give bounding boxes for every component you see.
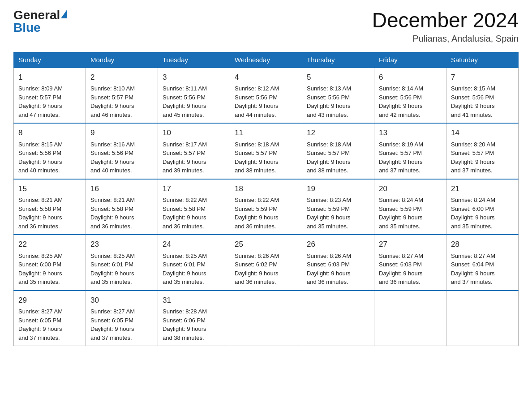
day-info: Sunrise: 8:26 AMSunset: 6:03 PMDaylight:… — [307, 253, 351, 286]
weekday-header-wednesday: Wednesday — [230, 52, 302, 68]
day-number: 8 — [18, 127, 81, 139]
day-number: 10 — [163, 127, 225, 139]
calendar-cell: 21Sunrise: 8:24 AMSunset: 6:00 PMDayligh… — [446, 179, 519, 235]
calendar-cell: 20Sunrise: 8:24 AMSunset: 5:59 PMDayligh… — [374, 179, 446, 235]
day-number: 24 — [163, 239, 225, 250]
calendar-cell: 22Sunrise: 8:25 AMSunset: 6:00 PMDayligh… — [14, 235, 86, 291]
weekday-header-tuesday: Tuesday — [158, 52, 230, 68]
calendar-cell: 9Sunrise: 8:16 AMSunset: 5:56 PMDaylight… — [86, 123, 158, 179]
day-number: 3 — [163, 72, 225, 83]
calendar-week-4: 22Sunrise: 8:25 AMSunset: 6:00 PMDayligh… — [14, 235, 519, 291]
day-number: 19 — [307, 183, 369, 195]
calendar-week-3: 15Sunrise: 8:21 AMSunset: 5:58 PMDayligh… — [14, 179, 519, 235]
calendar-cell: 1Sunrise: 8:09 AMSunset: 5:57 PMDaylight… — [14, 68, 86, 124]
calendar-cell — [446, 291, 519, 346]
day-number: 27 — [379, 239, 442, 250]
calendar-cell: 5Sunrise: 8:13 AMSunset: 5:56 PMDaylight… — [302, 68, 374, 124]
weekday-header-saturday: Saturday — [446, 52, 519, 68]
calendar-cell: 10Sunrise: 8:17 AMSunset: 5:57 PMDayligh… — [158, 123, 230, 179]
day-info: Sunrise: 8:22 AMSunset: 5:58 PMDaylight:… — [163, 197, 207, 230]
calendar-week-2: 8Sunrise: 8:15 AMSunset: 5:56 PMDaylight… — [14, 123, 519, 179]
calendar-week-5: 29Sunrise: 8:27 AMSunset: 6:05 PMDayligh… — [14, 291, 519, 346]
day-number: 5 — [307, 72, 369, 83]
day-info: Sunrise: 8:14 AMSunset: 5:56 PMDaylight:… — [379, 85, 423, 118]
day-info: Sunrise: 8:18 AMSunset: 5:57 PMDaylight:… — [307, 141, 351, 174]
day-info: Sunrise: 8:11 AMSunset: 5:56 PMDaylight:… — [163, 85, 207, 118]
day-number: 23 — [90, 239, 153, 250]
calendar-cell: 27Sunrise: 8:27 AMSunset: 6:03 PMDayligh… — [374, 235, 446, 291]
weekday-header-friday: Friday — [374, 52, 446, 68]
day-number: 1 — [18, 72, 81, 83]
day-info: Sunrise: 8:28 AMSunset: 6:06 PMDaylight:… — [163, 308, 207, 341]
day-info: Sunrise: 8:24 AMSunset: 6:00 PMDaylight:… — [451, 197, 495, 230]
logo-general-text: General — [13, 9, 60, 21]
day-number: 17 — [163, 183, 225, 195]
calendar-cell: 25Sunrise: 8:26 AMSunset: 6:02 PMDayligh… — [230, 235, 302, 291]
day-number: 6 — [379, 72, 442, 83]
weekday-header-row: SundayMondayTuesdayWednesdayThursdayFrid… — [14, 52, 519, 68]
day-number: 21 — [451, 183, 514, 195]
calendar-cell: 6Sunrise: 8:14 AMSunset: 5:56 PMDaylight… — [374, 68, 446, 124]
calendar-cell: 11Sunrise: 8:18 AMSunset: 5:57 PMDayligh… — [230, 123, 302, 179]
day-number: 14 — [451, 127, 514, 139]
day-number: 29 — [18, 295, 81, 306]
day-number: 18 — [235, 183, 297, 195]
location-text: Pulianas, Andalusia, Spain — [372, 34, 519, 44]
calendar-body: 1Sunrise: 8:09 AMSunset: 5:57 PMDaylight… — [14, 68, 519, 346]
day-number: 15 — [18, 183, 81, 195]
calendar-cell: 14Sunrise: 8:20 AMSunset: 5:57 PMDayligh… — [446, 123, 519, 179]
day-info: Sunrise: 8:25 AMSunset: 6:01 PMDaylight:… — [90, 253, 135, 286]
calendar-cell: 3Sunrise: 8:11 AMSunset: 5:56 PMDaylight… — [158, 68, 230, 124]
title-block: December 2024 Pulianas, Andalusia, Spain — [372, 9, 519, 44]
day-number: 22 — [18, 239, 81, 250]
day-info: Sunrise: 8:19 AMSunset: 5:57 PMDaylight:… — [379, 141, 423, 174]
day-number: 12 — [307, 127, 369, 139]
logo: General Blue — [13, 9, 67, 34]
day-number: 2 — [90, 72, 153, 83]
day-number: 7 — [451, 72, 514, 83]
day-info: Sunrise: 8:15 AMSunset: 5:56 PMDaylight:… — [18, 141, 63, 174]
day-info: Sunrise: 8:10 AMSunset: 5:57 PMDaylight:… — [90, 85, 135, 118]
calendar-cell: 24Sunrise: 8:25 AMSunset: 6:01 PMDayligh… — [158, 235, 230, 291]
month-title: December 2024 — [372, 9, 519, 32]
day-info: Sunrise: 8:12 AMSunset: 5:56 PMDaylight:… — [235, 85, 279, 118]
calendar-cell: 15Sunrise: 8:21 AMSunset: 5:58 PMDayligh… — [14, 179, 86, 235]
calendar-cell: 23Sunrise: 8:25 AMSunset: 6:01 PMDayligh… — [86, 235, 158, 291]
day-number: 28 — [451, 239, 514, 250]
day-info: Sunrise: 8:20 AMSunset: 5:57 PMDaylight:… — [451, 141, 495, 174]
calendar-cell: 17Sunrise: 8:22 AMSunset: 5:58 PMDayligh… — [158, 179, 230, 235]
calendar-cell: 8Sunrise: 8:15 AMSunset: 5:56 PMDaylight… — [14, 123, 86, 179]
calendar-header: SundayMondayTuesdayWednesdayThursdayFrid… — [14, 52, 519, 68]
day-number: 9 — [90, 127, 153, 139]
day-info: Sunrise: 8:18 AMSunset: 5:57 PMDaylight:… — [235, 141, 279, 174]
calendar-table: SundayMondayTuesdayWednesdayThursdayFrid… — [13, 52, 519, 347]
calendar-cell: 13Sunrise: 8:19 AMSunset: 5:57 PMDayligh… — [374, 123, 446, 179]
calendar-cell: 28Sunrise: 8:27 AMSunset: 6:04 PMDayligh… — [446, 235, 519, 291]
day-info: Sunrise: 8:25 AMSunset: 6:00 PMDaylight:… — [18, 253, 63, 286]
day-info: Sunrise: 8:27 AMSunset: 6:05 PMDaylight:… — [18, 308, 63, 341]
day-number: 4 — [235, 72, 297, 83]
logo-blue-text: Blue — [13, 21, 41, 34]
calendar-cell — [374, 291, 446, 346]
day-number: 20 — [379, 183, 442, 195]
day-number: 30 — [90, 295, 153, 306]
calendar-cell: 2Sunrise: 8:10 AMSunset: 5:57 PMDaylight… — [86, 68, 158, 124]
day-info: Sunrise: 8:15 AMSunset: 5:56 PMDaylight:… — [451, 85, 495, 118]
day-info: Sunrise: 8:09 AMSunset: 5:57 PMDaylight:… — [18, 85, 63, 118]
weekday-header-monday: Monday — [86, 52, 158, 68]
calendar-cell: 29Sunrise: 8:27 AMSunset: 6:05 PMDayligh… — [14, 291, 86, 346]
day-info: Sunrise: 8:25 AMSunset: 6:01 PMDaylight:… — [163, 253, 207, 286]
day-info: Sunrise: 8:24 AMSunset: 5:59 PMDaylight:… — [379, 197, 423, 230]
calendar-cell — [230, 291, 302, 346]
calendar-cell: 16Sunrise: 8:21 AMSunset: 5:58 PMDayligh… — [86, 179, 158, 235]
logo-triangle-icon — [61, 9, 67, 18]
day-info: Sunrise: 8:27 AMSunset: 6:04 PMDaylight:… — [451, 253, 495, 286]
calendar-cell: 30Sunrise: 8:27 AMSunset: 6:05 PMDayligh… — [86, 291, 158, 346]
calendar-cell: 26Sunrise: 8:26 AMSunset: 6:03 PMDayligh… — [302, 235, 374, 291]
calendar-cell — [302, 291, 374, 346]
calendar-cell: 19Sunrise: 8:23 AMSunset: 5:59 PMDayligh… — [302, 179, 374, 235]
calendar-cell: 12Sunrise: 8:18 AMSunset: 5:57 PMDayligh… — [302, 123, 374, 179]
day-info: Sunrise: 8:26 AMSunset: 6:02 PMDaylight:… — [235, 253, 279, 286]
day-number: 25 — [235, 239, 297, 250]
day-info: Sunrise: 8:21 AMSunset: 5:58 PMDaylight:… — [90, 197, 135, 230]
